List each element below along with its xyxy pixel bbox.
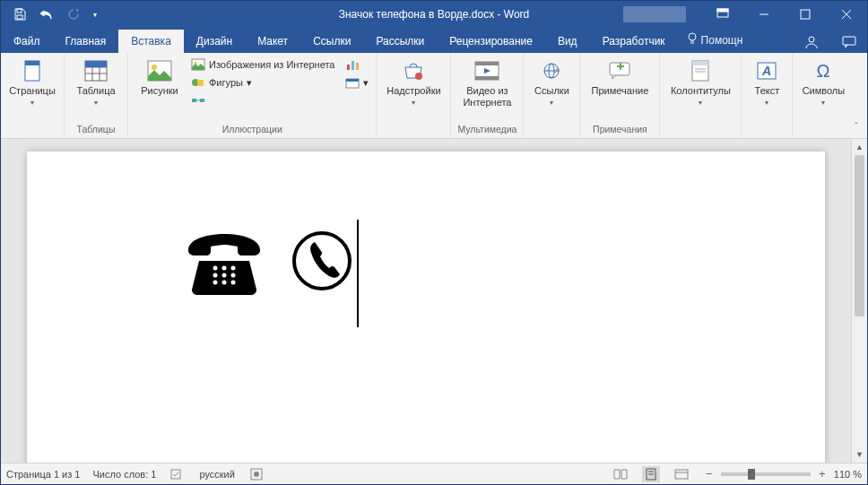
tab-view[interactable]: Вид — [545, 30, 590, 53]
svg-rect-31 — [356, 63, 359, 70]
comments-pane-button[interactable] — [838, 31, 860, 53]
tab-design[interactable]: Дизайн — [184, 30, 245, 53]
ribbon: Страницы ▾ Таблица ▾ Таблицы Рисунки — [1, 53, 867, 139]
print-layout-button[interactable] — [642, 466, 660, 482]
online-video-label: Видео из Интернета — [456, 85, 517, 108]
tab-mailings[interactable]: Рассылки — [363, 30, 437, 53]
account-area[interactable] — [623, 6, 686, 22]
svg-point-55 — [222, 273, 227, 278]
close-button[interactable] — [826, 1, 867, 28]
group-media-label: Мультимедиа — [456, 122, 517, 136]
chevron-down-icon: ▾ — [550, 99, 553, 107]
text-cursor — [357, 220, 359, 327]
symbols-button[interactable]: Ω Символы ▾ — [798, 56, 848, 108]
page-viewport[interactable] — [1, 139, 851, 463]
group-symbols-label — [798, 133, 848, 136]
pictures-button[interactable]: Рисунки — [134, 56, 186, 99]
scroll-thumb[interactable] — [855, 155, 864, 316]
tab-references[interactable]: Ссылки — [300, 30, 363, 53]
svg-rect-29 — [347, 65, 350, 70]
online-pictures-button[interactable]: Изображения из Интернета — [189, 56, 336, 73]
zoom-slider[interactable] — [721, 472, 811, 476]
share-button[interactable] — [801, 31, 822, 53]
status-page[interactable]: Страница 1 из 1 — [6, 469, 80, 480]
zoom-level[interactable]: 110 % — [834, 469, 862, 480]
pages-button[interactable]: Страницы ▾ — [6, 56, 58, 108]
comment-button[interactable]: Примечание — [586, 56, 654, 99]
read-mode-button[interactable] — [612, 466, 629, 482]
online-video-button[interactable]: Видео из Интернета — [456, 56, 517, 110]
svg-point-53 — [231, 266, 236, 271]
tab-home[interactable]: Главная — [53, 30, 119, 53]
group-symbols: Ω Символы ▾ — [793, 53, 854, 138]
text-button[interactable]: A Текст ▾ — [747, 56, 786, 108]
title-bar-right — [623, 1, 867, 28]
maximize-button[interactable] — [785, 1, 826, 28]
svg-point-59 — [231, 281, 236, 285]
chevron-down-icon: ▾ — [765, 99, 768, 107]
ribbon-options-button[interactable] — [702, 1, 743, 28]
svg-point-51 — [213, 266, 218, 271]
collapse-ribbon-button[interactable]: ˆ — [849, 122, 864, 136]
shapes-button[interactable]: Фигуры ▾ — [189, 74, 336, 91]
tab-file[interactable]: Файл — [1, 30, 53, 53]
zoom-in-button[interactable]: + — [816, 467, 829, 481]
links-button[interactable]: Ссылки ▾ — [529, 56, 574, 108]
table-icon — [83, 58, 108, 83]
vertical-scrollbar[interactable]: ▲ ▼ — [851, 139, 867, 463]
svg-rect-12 — [843, 37, 855, 45]
document-area: ▲ ▼ — [1, 139, 867, 463]
addins-button[interactable]: Надстройки ▾ — [382, 56, 445, 108]
svg-point-58 — [222, 281, 227, 285]
svg-rect-28 — [200, 99, 204, 102]
macro-record-icon[interactable] — [247, 466, 265, 482]
tab-insert[interactable]: Вставка — [118, 30, 184, 53]
online-pictures-label: Изображения из Интернета — [209, 59, 334, 70]
tab-developer[interactable]: Разработчик — [590, 30, 678, 53]
smartart-icon — [191, 93, 205, 108]
scroll-down-button[interactable]: ▼ — [852, 446, 867, 463]
svg-point-52 — [222, 266, 227, 271]
zoom-knob[interactable] — [748, 469, 755, 480]
group-media: Видео из Интернета Мультимедиа — [451, 53, 524, 138]
title-bar: ▾ Значок телефона в Ворде.docx - Word — [1, 1, 867, 28]
smartart-button[interactable] — [189, 92, 336, 108]
qat-customize-button[interactable]: ▾ — [89, 4, 101, 25]
screenshot-button[interactable]: ▾ — [343, 74, 370, 91]
screenshot-icon — [345, 75, 360, 90]
chevron-down-icon: ▾ — [94, 99, 98, 107]
chevron-down-icon: ▾ — [363, 77, 369, 89]
zoom-out-button[interactable]: − — [703, 467, 716, 481]
group-illustrations-label: Иллюстрации — [134, 122, 370, 136]
addins-label: Надстройки — [386, 85, 440, 97]
save-button[interactable] — [8, 4, 31, 25]
tell-me-button[interactable]: Помощн — [678, 27, 752, 53]
online-picture-icon — [191, 57, 205, 72]
scroll-up-button[interactable]: ▲ — [852, 139, 867, 155]
status-words[interactable]: Число слов: 1 — [92, 469, 156, 480]
chart-button[interactable] — [343, 56, 370, 73]
group-headerfooter-label — [665, 133, 735, 136]
tab-layout[interactable]: Макет — [245, 30, 300, 53]
headerfooter-button[interactable]: Колонтитулы ▾ — [665, 56, 735, 108]
tab-review[interactable]: Рецензирование — [437, 30, 545, 53]
textbox-icon: A — [754, 58, 779, 83]
status-language[interactable]: русский — [199, 469, 234, 480]
redo-button[interactable] — [62, 4, 85, 25]
document-page[interactable] — [27, 152, 825, 463]
chevron-down-icon: ▾ — [247, 77, 252, 89]
page-content — [179, 225, 353, 299]
minimize-button[interactable] — [743, 1, 785, 28]
group-links-label — [529, 133, 574, 136]
svg-point-8 — [689, 33, 696, 40]
table-button[interactable]: Таблица ▾ — [70, 56, 122, 108]
svg-rect-30 — [352, 61, 354, 70]
spellcheck-icon[interactable] — [169, 466, 187, 482]
group-text-label — [747, 133, 786, 136]
word-window: ▾ Значок телефона в Ворде.docx - Word Фа… — [0, 0, 868, 485]
undo-button[interactable] — [35, 4, 58, 25]
zoom-control: − + 110 % — [703, 467, 862, 481]
symbols-label: Символы — [803, 85, 846, 97]
chevron-down-icon: ▾ — [30, 99, 34, 107]
web-layout-button[interactable] — [673, 466, 690, 482]
